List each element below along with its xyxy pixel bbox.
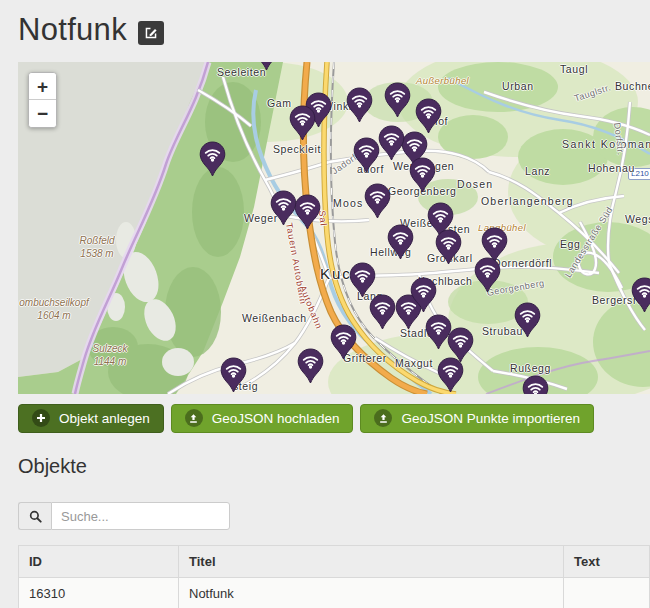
wifi-map-pin[interactable] (253, 62, 280, 71)
wifi-map-pin[interactable] (346, 87, 373, 123)
map-label: Sankt Koloman (562, 138, 650, 150)
edit-title-button[interactable] (138, 21, 164, 45)
map-label: Außerbühel (416, 75, 469, 86)
column-header-titel[interactable]: Titel (179, 546, 564, 578)
import-geojson-points-button[interactable]: GeoJSON Punkte importieren (360, 404, 594, 433)
objects-heading: Objekte (18, 455, 650, 478)
map-label: Urban (502, 80, 534, 92)
upload-geojson-button[interactable]: GeoJSON hochladen (171, 404, 354, 433)
map-label: Taugl (560, 63, 588, 75)
upload-icon (374, 409, 392, 427)
upload-icon (185, 409, 203, 427)
map-label: Hohenau (588, 162, 635, 174)
wifi-map-pin[interactable] (330, 324, 357, 360)
cell-titel: Notfunk (179, 578, 564, 608)
column-header-text[interactable]: Text (564, 546, 650, 578)
map-label-peak: Roßfeld1538 m (79, 234, 114, 260)
map-label: Rußegg (510, 362, 551, 374)
wifi-map-pin[interactable] (387, 224, 414, 260)
wifi-map-pin[interactable] (378, 125, 405, 161)
wifi-map-pin[interactable] (294, 194, 321, 230)
map-label-peak: ombuchseilkopf1604 m (19, 296, 88, 322)
wifi-map-pin[interactable] (369, 294, 396, 330)
search-group (18, 502, 230, 530)
page-header: Notfunk (18, 12, 650, 48)
wifi-map-pin[interactable] (522, 375, 549, 394)
wifi-map-pin[interactable] (199, 141, 226, 177)
plus-icon (32, 409, 50, 427)
table-row[interactable]: 16310 Notfunk (19, 578, 650, 608)
map-label-peak: Sulzeck1144 m (92, 342, 127, 368)
map-label: Egg (560, 238, 580, 250)
button-label: GeoJSON hochladen (212, 411, 340, 426)
wifi-map-pin[interactable] (437, 357, 464, 393)
wifi-map-pin[interactable] (410, 277, 437, 313)
wifi-map-pin[interactable] (270, 190, 297, 226)
map-label: Dosen (457, 178, 493, 190)
map-label: Buchner (615, 80, 650, 92)
button-label: GeoJSON Punkte importieren (401, 411, 580, 426)
wifi-map-pin[interactable] (384, 82, 411, 118)
wifi-map-pin[interactable] (220, 357, 247, 393)
map-label: Speckleit (273, 143, 321, 155)
zoom-in-button[interactable]: + (29, 73, 56, 100)
wifi-map-pin[interactable] (514, 302, 541, 338)
page-title: Notfunk (18, 12, 127, 48)
cell-text (564, 578, 650, 608)
column-header-id[interactable]: ID (19, 546, 179, 578)
wifi-map-pin[interactable] (631, 277, 650, 313)
map-canvas[interactable]: SeeleitenGamWinklerSpeckleitadorfWenglin… (18, 62, 650, 394)
map-label: Gam (267, 97, 292, 109)
button-label: Objekt anlegen (59, 411, 150, 426)
create-object-button[interactable]: Objekt anlegen (18, 404, 164, 433)
pencil-square-icon (144, 26, 158, 40)
search-input[interactable] (51, 502, 230, 530)
map-label: Oberlangenberg (481, 195, 574, 207)
map-zoom-control: + − (28, 72, 57, 128)
cell-id: 16310 (19, 578, 179, 608)
table-header-row: ID Titel Text (19, 546, 650, 578)
wifi-map-pin[interactable] (297, 348, 324, 384)
toolbar: Objekt anlegen GeoJSON hochladen GeoJSON… (18, 404, 650, 433)
map-label: Weißenbach (242, 312, 307, 324)
wifi-map-pin[interactable] (474, 257, 501, 293)
wifi-map-pin[interactable] (349, 262, 376, 298)
map-label: Maxgut (395, 357, 433, 369)
map-label: Moos (333, 197, 363, 209)
wifi-map-pin[interactable] (353, 137, 380, 173)
map-label: Wegscheid (625, 213, 650, 225)
wifi-map-pin[interactable] (415, 98, 442, 134)
wifi-map-pin[interactable] (289, 105, 316, 141)
wifi-map-pin[interactable] (409, 157, 436, 193)
wifi-map-pin[interactable] (435, 229, 462, 265)
search-icon (29, 510, 42, 523)
map-label: Lanz (525, 165, 550, 177)
objects-table: ID Titel Text 16310 Notfunk (18, 545, 650, 608)
wifi-map-pin[interactable] (364, 183, 391, 219)
zoom-out-button[interactable]: − (29, 100, 56, 127)
search-addon (18, 502, 51, 530)
